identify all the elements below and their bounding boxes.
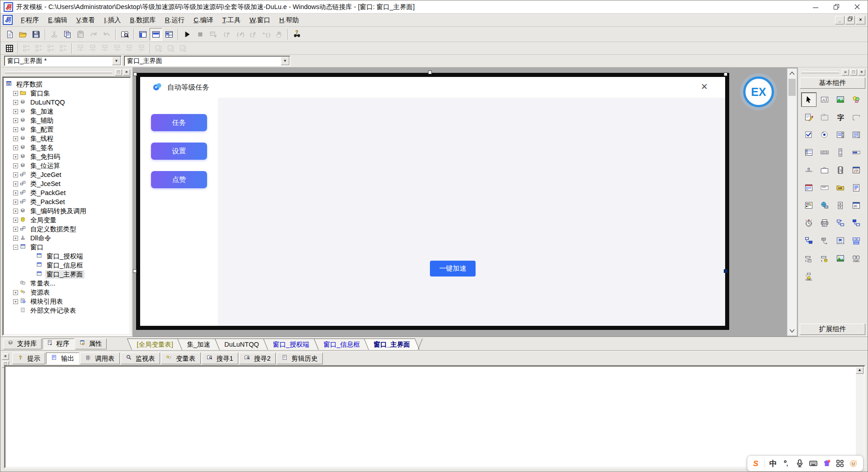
panel-float-button[interactable]: □ [850, 69, 857, 76]
component-selector-combo[interactable]: 窗口_主界面 ▼ [124, 56, 290, 66]
menu-item-9[interactable]: W.窗口 [245, 14, 275, 26]
soft-keyboard-icon[interactable] [808, 458, 819, 469]
server-transfer-tool[interactable] [849, 216, 863, 230]
tree-expand-toggle[interactable]: + [13, 181, 18, 186]
checkbox-tool[interactable] [802, 128, 816, 142]
animation-box-tool[interactable]: 1 [833, 163, 848, 177]
designed-form-frame[interactable]: 自动等级任务 ✕ 任务设置点赞 一键加速 [136, 73, 729, 330]
output-tab-8[interactable]: 剪辑历史 [277, 353, 323, 364]
layout-top-button[interactable] [150, 28, 162, 41]
form-nav-button-1[interactable]: 任务 [151, 114, 207, 131]
tree-item[interactable]: 窗口_授权端 [4, 252, 129, 261]
window-selector-combo[interactable]: 窗口_主界面 * ▼ [4, 56, 122, 66]
com-port-tool[interactable] [817, 234, 832, 248]
group-box-tool[interactable]: CN [817, 110, 832, 124]
accelerate-button[interactable]: 一键加速 [430, 261, 476, 277]
new-button[interactable] [4, 28, 16, 41]
output-tab-2[interactable]: 输出 [46, 353, 79, 364]
emoji-icon[interactable] [848, 458, 859, 469]
tree-item[interactable]: 外部文件记录表 [4, 306, 129, 315]
tree-item[interactable]: +集_线程 [4, 134, 129, 143]
tree-expand-toggle[interactable]: + [13, 290, 18, 295]
odbc-database-tool[interactable]: tODBC [802, 269, 816, 283]
mdi-close-button[interactable]: × [856, 16, 865, 24]
tree-item[interactable]: +全局变量 [4, 215, 129, 224]
tree-expand-toggle[interactable]: + [13, 299, 18, 304]
combo-box-tool[interactable] [833, 128, 848, 142]
tree-expand-toggle[interactable]: + [13, 100, 18, 105]
tree-expand-toggle[interactable]: − [13, 245, 18, 250]
output-tab-4[interactable]: 监视表 [121, 353, 160, 364]
tree-expand-toggle[interactable]: + [13, 163, 18, 168]
menu-item-8[interactable]: T.工具 [218, 14, 245, 26]
tree-item[interactable]: +集_配置 [4, 125, 129, 134]
output-tab-7[interactable]: 搜寻2 [239, 353, 276, 364]
tree-expand-toggle[interactable]: + [13, 218, 18, 223]
view-tab-2[interactable]: 程序 [42, 339, 74, 349]
radio-button-tool[interactable] [817, 128, 832, 142]
picture-box-tool[interactable] [833, 93, 848, 106]
selection-handle[interactable] [133, 269, 137, 273]
sogou-logo-icon[interactable]: S [751, 458, 762, 469]
month-calendar-tool[interactable] [802, 181, 816, 195]
find-in-code-button[interactable] [118, 28, 131, 41]
output-console[interactable]: ▲ ▼ [4, 365, 865, 468]
copy-button[interactable] [61, 28, 74, 41]
tree-item[interactable]: −窗口 [4, 243, 129, 252]
tree-expand-toggle[interactable]: + [13, 91, 18, 96]
scroll-up-icon[interactable]: ▲ [856, 367, 863, 374]
panel-close-button[interactable]: × [123, 69, 130, 76]
menu-item-2[interactable]: E.编辑 [43, 14, 72, 26]
form-designer-surface[interactable]: 自动等级任务 ✕ 任务设置点赞 一键加速 EX [132, 67, 798, 337]
tree-item[interactable]: 窗口_信息框 [4, 261, 129, 270]
tree-item[interactable]: +集_签名 [4, 143, 129, 152]
scroll-up-icon[interactable] [788, 69, 797, 78]
tree-item[interactable]: +集_位运算 [4, 161, 129, 170]
file-tab-6[interactable]: 窗口_主界面 [364, 339, 420, 350]
panel-menu-button[interactable]: ≡ [842, 69, 849, 76]
tree-item[interactable]: +类_JceSet [4, 179, 129, 188]
menu-item-1[interactable]: F.程序 [16, 14, 43, 26]
panel-close-button[interactable]: × [858, 69, 865, 76]
tree-expand-toggle[interactable]: + [13, 191, 18, 195]
date-window-tool[interactable]: 00: [849, 199, 863, 212]
tree-expand-toggle[interactable]: + [13, 109, 18, 114]
tree-item[interactable]: +DuLuNTQQ [4, 98, 129, 107]
cursor-tool[interactable] [802, 93, 816, 106]
menu-item-3[interactable]: V.查看 [72, 14, 99, 26]
menu-item-10[interactable]: H.帮助 [275, 14, 304, 26]
rich-document-tool[interactable] [849, 181, 863, 195]
list-box-tool[interactable] [849, 128, 863, 142]
combo-dropdown-icon[interactable]: ▼ [281, 57, 289, 65]
label-tool[interactable]: A [817, 93, 832, 106]
mdi-restore-button[interactable] [845, 16, 855, 24]
printer-tool[interactable] [817, 216, 832, 230]
gauge-window-tool[interactable] [849, 163, 863, 177]
color-palette-tool[interactable] [802, 199, 816, 212]
view-tab-3[interactable]: 属性 [75, 339, 107, 349]
tree-expand-toggle[interactable]: + [13, 236, 18, 241]
progress-bar-tool[interactable] [849, 146, 863, 159]
restore-button[interactable] [826, 0, 847, 13]
tree-expand-toggle[interactable]: + [13, 118, 18, 123]
output-vscrollbar[interactable]: ▲ ▼ [856, 367, 863, 467]
project-tree[interactable]: 程序数据+窗口集+DuLuNTQQ+集_加速+集_辅助+集_配置+集_线程+集_… [2, 76, 131, 336]
tree-item[interactable]: +类_PackGet [4, 188, 129, 197]
file-tab-5[interactable]: 窗口_信息框 [314, 339, 369, 350]
microphone-icon[interactable] [794, 458, 805, 469]
tab-control-tool[interactable] [817, 163, 832, 177]
form-grid-button[interactable] [4, 43, 15, 54]
h-scrollbar-tool[interactable] [817, 146, 832, 159]
tree-expand-toggle[interactable]: + [13, 172, 18, 177]
tree-item[interactable]: 窗口_主界面 [4, 270, 129, 279]
tree-expand-toggle[interactable]: + [13, 154, 18, 159]
shape-group-tool[interactable] [849, 93, 863, 106]
tree-expand-toggle[interactable]: + [13, 127, 18, 132]
image-viewer-tool[interactable] [833, 252, 848, 265]
selection-handle[interactable] [724, 269, 727, 273]
form-close-icon[interactable]: ✕ [701, 82, 708, 91]
slider-bar-tool[interactable] [802, 163, 816, 177]
tree-item[interactable]: +集_辅助 [4, 116, 129, 125]
menu-item-5[interactable]: B.数据库 [125, 14, 160, 26]
chinese-mode-icon[interactable]: 中 [768, 458, 778, 469]
